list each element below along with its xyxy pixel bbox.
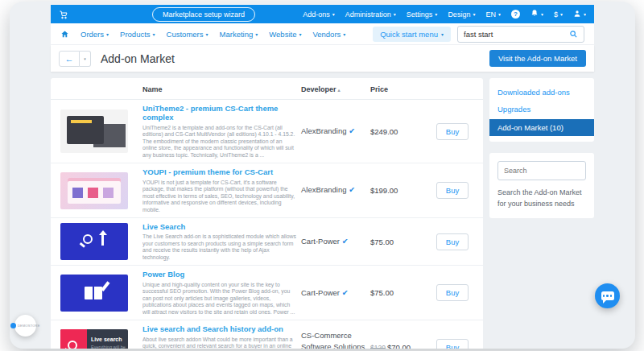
chat-button[interactable] <box>595 283 620 308</box>
sort-icon: ▴ <box>338 88 341 93</box>
addon-title-link[interactable]: UniTheme2 - premium CS-Cart theme comple… <box>142 104 296 122</box>
magnifier-icon <box>68 341 77 349</box>
addon-description: About live search addon What could be mo… <box>142 337 296 349</box>
search-icon[interactable] <box>563 27 584 42</box>
topbar-menu-item[interactable]: Design▾ <box>448 10 475 19</box>
demo-badge-text: DEMO <box>18 324 28 328</box>
bell-icon <box>530 9 539 19</box>
buy-button[interactable]: Buy <box>436 123 469 140</box>
addon-thumbnail[interactable] <box>60 275 128 312</box>
sidebar-link[interactable]: Upgrades <box>489 101 594 118</box>
addon-price: $249.00 <box>370 127 431 136</box>
chevron-down-icon: ▾ <box>153 31 155 37</box>
col-name[interactable]: Name <box>142 85 296 93</box>
browser-frame: Marketplace setup wizard Add-ons▾ Admini… <box>10 2 635 349</box>
sidebar-item-addon-market-active[interactable]: Add-on Market (10) <box>489 119 594 136</box>
nav-menu-item[interactable]: Orders▾ <box>80 30 109 39</box>
nav-menu-item[interactable]: Website▾ <box>269 30 301 39</box>
table-row: Live search Everything will be found Liv… <box>51 320 483 349</box>
content-area: Name Developer▴ Price <box>51 72 594 349</box>
nav-menu-item[interactable]: Marketing▾ <box>220 30 258 39</box>
addon-thumbnail[interactable]: Live search Everything will be found <box>60 329 128 349</box>
sidebar-search-card: Search the Add-on Market for your busine… <box>489 153 594 218</box>
sidebar-menu-card: Downloaded add-ons Upgrades Add-on Marke… <box>489 78 594 142</box>
addon-title-link[interactable]: YOUPI - premium theme for CS-Cart <box>142 167 296 176</box>
addon-name-cell: Live search and Search history add-on Ab… <box>142 324 296 349</box>
addon-title-link[interactable]: Power Blog <box>142 270 296 279</box>
back-dropdown-button[interactable]: ▾ <box>80 51 91 67</box>
user-menu[interactable]: ▾ <box>573 10 586 19</box>
main-nav: Orders▾ Products▾ Customers▾ Marketing▾ … <box>51 23 594 45</box>
sidebar-link[interactable]: Downloaded add-ons <box>489 84 594 101</box>
chevron-down-icon: ▾ <box>584 11 586 17</box>
topbar-menu-item[interactable]: EN▾ <box>485 10 501 19</box>
table-header-row: Name Developer▴ Price <box>51 78 483 100</box>
verified-check-icon: ✔ <box>349 126 355 135</box>
page-title: Add-on Market <box>101 52 175 65</box>
buy-button[interactable]: Buy <box>436 284 469 301</box>
help-icon[interactable]: ? <box>511 10 520 19</box>
nav-menu-item[interactable]: Customers▾ <box>167 30 208 39</box>
chevron-down-icon: ▾ <box>206 31 208 37</box>
demo-store-logo-icon <box>10 323 16 328</box>
admin-app: Marketplace setup wizard Add-ons▾ Admini… <box>51 2 594 349</box>
addon-name-cell: Power Blog Unique and high-quality conte… <box>142 270 296 316</box>
user-icon <box>573 10 581 19</box>
addon-developer[interactable]: Cart-Power ✔ <box>301 236 365 247</box>
arrow-up-icon <box>101 234 104 246</box>
chevron-down-icon: ▾ <box>394 11 396 17</box>
verified-check-icon: ✔ <box>342 237 349 246</box>
topbar-menus: Add-ons▾ Administration▾ Settings▾ Desig… <box>303 10 501 19</box>
quick-start-menu-button[interactable]: Quick start menu▾ <box>373 27 451 42</box>
addon-thumbnail[interactable] <box>60 223 128 260</box>
chevron-down-icon: ▾ <box>332 11 335 17</box>
nav-menu-item[interactable]: Vendors▾ <box>312 30 345 39</box>
home-icon[interactable] <box>60 30 69 39</box>
sidebar: Downloaded add-ons Upgrades Add-on Marke… <box>489 78 594 218</box>
addon-title-link[interactable]: Live search and Search history add-on <box>142 324 296 333</box>
buy-button[interactable]: Buy <box>436 339 469 349</box>
topbar-menu-item[interactable]: Administration▾ <box>345 10 396 19</box>
addon-developer[interactable]: AlexBranding ✔ <box>301 184 365 196</box>
marketplace-setup-wizard-button[interactable]: Marketplace setup wizard <box>152 7 255 22</box>
admin-search-input[interactable] <box>458 30 563 39</box>
buy-button[interactable]: Buy <box>436 233 469 250</box>
addon-description: UniTheme2 is a template and add-ons for … <box>142 125 296 159</box>
demo-store-badge: DEMOSTORE <box>14 315 36 337</box>
magnifier-icon <box>83 234 93 244</box>
topbar-right: Add-ons▾ Administration▾ Settings▾ Desig… <box>303 9 586 19</box>
addon-developer[interactable]: CS-Commerce Software Solutions ✔ <box>301 330 365 349</box>
dollar-icon: $ <box>554 10 558 19</box>
topbar-menu-item[interactable]: Add-ons▾ <box>303 10 335 19</box>
addon-price: $75.00 <box>370 237 431 246</box>
market-search-input[interactable] <box>497 161 586 180</box>
thumbnail-caption: Live search <box>91 337 122 342</box>
chevron-down-icon: ▾ <box>473 11 475 17</box>
chevron-down-icon: ▾ <box>498 11 501 17</box>
addon-description: Unique and high-quality content on your … <box>142 282 296 316</box>
addon-name-cell: Live Search The Live Search add-on is a … <box>142 222 296 261</box>
addon-thumbnail[interactable] <box>60 172 128 209</box>
col-price[interactable]: Price <box>370 85 431 93</box>
addon-description: YOUPI is not just a template for CS-Cart… <box>142 180 296 213</box>
addon-developer[interactable]: Cart-Power ✔ <box>301 287 365 299</box>
addon-title-link[interactable]: Live Search <box>142 222 296 231</box>
buy-button[interactable]: Buy <box>436 182 469 199</box>
currency-menu[interactable]: $▾ <box>554 10 563 19</box>
cart-icon[interactable] <box>59 10 68 19</box>
topbar-menu-item[interactable]: Settings▾ <box>407 10 438 19</box>
table-row: Power Blog Unique and high-quality conte… <box>51 266 483 320</box>
addons-table-card: Name Developer▴ Price <box>51 78 483 349</box>
notifications-menu[interactable]: ▾ <box>530 9 543 19</box>
back-button[interactable]: ← <box>59 51 80 67</box>
addon-developer[interactable]: AlexBranding ✔ <box>301 126 365 137</box>
thumbnail-subcaption: Everything will be found <box>91 345 128 349</box>
verified-check-icon: ✔ <box>342 288 349 297</box>
sidebar-links: Downloaded add-ons Upgrades <box>489 84 594 118</box>
visit-addon-market-button[interactable]: Visit the Add-on Market <box>489 50 586 67</box>
nav-menu-item[interactable]: Products▾ <box>120 30 155 39</box>
addon-name-cell: YOUPI - premium theme for CS-Cart YOUPI … <box>142 167 296 213</box>
col-thumb <box>60 85 138 93</box>
addon-thumbnail[interactable] <box>60 109 128 153</box>
col-developer[interactable]: Developer▴ <box>301 85 365 93</box>
